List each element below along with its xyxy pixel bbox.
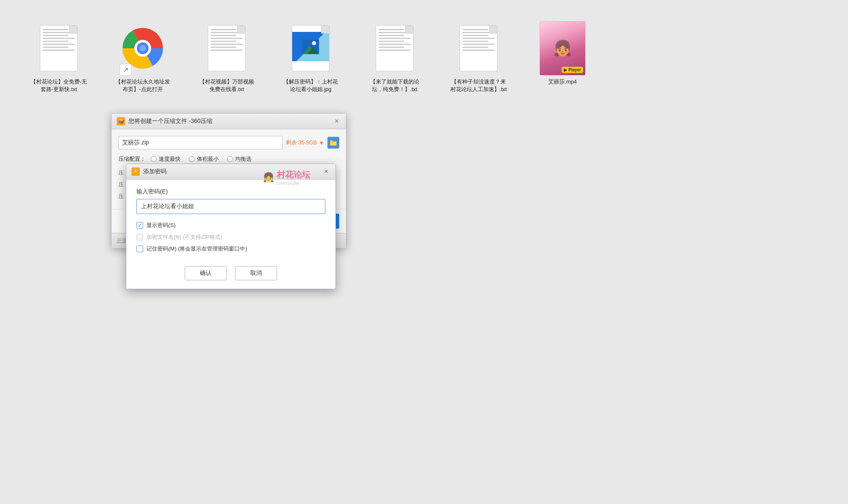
compress-dialog-title: 您将创建一个压缩文件 -360压缩: [128, 118, 329, 125]
file-label-3: 【村花视频】万部视频免费在线看.txt: [197, 78, 256, 93]
password-input[interactable]: [136, 199, 325, 214]
storage-label: 剩余:35.5GB: [286, 139, 317, 146]
file-label-4: 【解压密码】：上村花论坛看小姐姐.jpg: [281, 78, 340, 93]
file-item-4[interactable]: 【解压密码】：上村花论坛看小姐姐.jpg: [281, 21, 340, 93]
doc-line: [379, 41, 404, 42]
radio-size[interactable]: 体积最小: [189, 155, 219, 163]
doc-line: [43, 50, 75, 51]
filename-input[interactable]: [118, 136, 283, 149]
option-1-label: 压: [118, 169, 124, 177]
shortcut-arrow-icon: ↗: [120, 64, 131, 76]
show-password-checkbox[interactable]: [136, 222, 143, 229]
forum-subtext: cunhua.pw: [277, 180, 310, 185]
doc-line: [43, 35, 68, 36]
file-icon-wrapper-1: [36, 21, 82, 76]
file-icon-wrapper-3: [204, 21, 250, 76]
filename-row: 剩余:35.5GB ▼: [118, 136, 339, 149]
password-confirm-button[interactable]: 确认: [185, 266, 227, 280]
password-cancel-button[interactable]: 取消: [235, 266, 277, 280]
remember-password-checkbox[interactable]: [136, 245, 143, 252]
doc-line: [463, 50, 495, 51]
option-3-label: 压: [118, 193, 124, 200]
compress-title-icon: 📦: [117, 117, 125, 125]
document-icon-3: [208, 25, 246, 71]
doc-line: [463, 32, 495, 33]
forum-watermark: 👧 村花论坛 cunhua.pw: [263, 169, 310, 185]
doc-line: [463, 44, 495, 45]
doc-line: [211, 44, 243, 45]
doc-line: [211, 50, 243, 51]
mountain-svg: [302, 39, 319, 54]
password-dialog-titlebar: 🔑 添加密码 👧 村花论坛 cunhua.pw ×: [126, 164, 335, 180]
forum-figure-icon: 👧: [263, 172, 274, 183]
doc-line: [43, 32, 75, 33]
desktop: 【村花论坛】全免费-无套路-更新快.txt: [0, 0, 848, 504]
remember-password-label: 记住密码(M) (将会显示在管理密码窗口中): [147, 245, 247, 253]
forum-text: 村花论坛: [277, 169, 310, 180]
file-item-5[interactable]: 【来了就能下载的论坛，纯免费！】.txt: [365, 21, 424, 93]
file-icon-wrapper-5: [372, 21, 418, 76]
file-icon-wrapper-7: 👧 ▶ Player: [539, 21, 586, 76]
doc-line: [211, 38, 243, 39]
password-title-icon: 🔑: [131, 167, 140, 176]
doc-line: [379, 44, 411, 45]
password-field-label: 输入密码(E): [136, 188, 325, 196]
file-icon-wrapper-4: [288, 21, 334, 76]
radio-speed-btn[interactable]: [151, 156, 157, 162]
file-label-1: 【村花论坛】全免费-无套路-更新快.txt: [29, 78, 88, 93]
doc-line: [379, 32, 411, 33]
doc-line: [211, 47, 236, 48]
doc-line: [379, 29, 404, 30]
file-label-2: 【村花论坛永久地址发布页】-点此打开: [113, 78, 172, 93]
doc-line: [211, 29, 236, 30]
doc-line: [379, 47, 404, 48]
doc-line: [43, 47, 68, 48]
doc-line: [463, 41, 488, 42]
file-icon-wrapper-2: ↗: [120, 21, 166, 76]
compress-close-button[interactable]: ×: [332, 117, 341, 125]
storage-dropdown-icon[interactable]: ▼: [319, 140, 324, 146]
radio-size-btn[interactable]: [189, 156, 195, 162]
radio-speed[interactable]: 速度最快: [151, 155, 181, 163]
doc-line: [211, 35, 236, 36]
radio-balanced-btn[interactable]: [227, 156, 233, 162]
document-icon-5: [376, 25, 414, 71]
folder-icon: [330, 140, 337, 146]
file-icons-row: 【村花论坛】全免费-无套路-更新快.txt: [17, 13, 831, 102]
image-preview-4: [292, 32, 329, 61]
file-item-1[interactable]: 【村花论坛】全免费-无套路-更新快.txt: [29, 21, 88, 93]
password-options: 显示密码(S) 加密文件名(N) (不支持ZIP格式) 记住密码(M) (将会显…: [136, 222, 325, 253]
forum-watermark-info: 村花论坛 cunhua.pw: [277, 169, 310, 185]
folder-browse-button[interactable]: [327, 137, 339, 149]
remember-password-option: 记住密码(M) (将会显示在管理密码窗口中): [136, 245, 325, 253]
storage-info: 剩余:35.5GB ▼: [286, 139, 324, 146]
file-item-3[interactable]: 【村花视频】万部视频免费在线看.txt: [197, 21, 256, 93]
document-icon-1: [40, 25, 78, 71]
file-item-2[interactable]: ↗ 【村花论坛永久地址发布页】-点此打开: [113, 21, 172, 93]
radio-size-label: 体积最小: [197, 155, 219, 163]
svg-point-3: [139, 45, 146, 52]
chrome-icon: [122, 27, 164, 69]
doc-line: [463, 38, 495, 39]
file-item-6[interactable]: 【有种子却没速度？来村花论坛人工加速】.txt: [449, 21, 508, 93]
video-thumbnail-7: 👧 ▶ Player: [539, 21, 586, 76]
password-dialog-footer: 确认 取消: [126, 261, 335, 289]
encrypt-filename-option: 加密文件名(N) (不支持ZIP格式): [136, 233, 325, 241]
radio-speed-label: 速度最快: [159, 155, 181, 163]
compress-dialog-titlebar: 📦 您将创建一个压缩文件 -360压缩 ×: [112, 114, 346, 129]
doc-line: [43, 41, 68, 42]
radio-balanced-label: 均衡选: [235, 155, 251, 163]
image-icon-4: [292, 25, 330, 71]
file-item-7[interactable]: 👧 ▶ Player 艾丽莎.mp4: [533, 21, 592, 86]
file-label-6: 【有种子却没速度？来村花论坛人工加速】.txt: [449, 78, 508, 93]
radio-balanced[interactable]: 均衡选: [227, 155, 251, 163]
doc-line: [463, 29, 488, 30]
doc-line: [463, 47, 488, 48]
doc-line: [211, 32, 243, 33]
option-2-label: 压: [118, 181, 124, 188]
file-icon-wrapper-6: [455, 21, 502, 76]
doc-line: [379, 50, 411, 51]
player-badge: ▶ Player: [562, 67, 583, 73]
password-close-button[interactable]: ×: [322, 167, 330, 176]
doc-line: [43, 38, 75, 39]
